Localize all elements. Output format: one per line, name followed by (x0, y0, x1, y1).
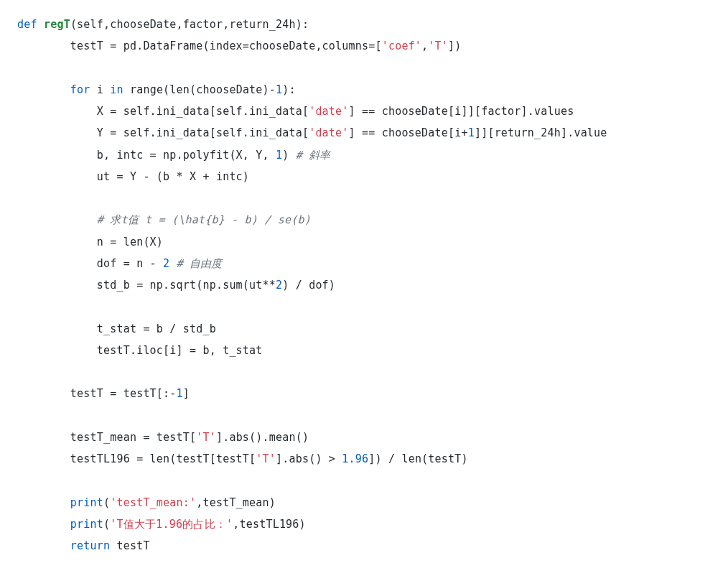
code-token: # 求t值 t = (\hat{b} - b) / se(b) (97, 213, 311, 226)
code-token: 'date' (309, 126, 348, 139)
code-token: ].abs().mean() (216, 431, 309, 444)
code-token: print (70, 518, 103, 531)
code-token: 2 (276, 279, 282, 292)
code-token: dof = n - (17, 257, 163, 270)
code-token: 'date' (309, 105, 348, 118)
code-token: t_stat = b / std_b (17, 322, 216, 335)
code-token (17, 496, 70, 509)
code-token: testT = testT[:- (17, 387, 177, 400)
code-token: testT = pd.DataFrame(index=chooseDate,co… (17, 39, 382, 52)
code-token: std_b = np.sqrt(np.sum(ut** (17, 279, 276, 292)
code-token: 'T' (196, 431, 216, 444)
code-token: 1 (177, 387, 183, 400)
code-token: regT (44, 18, 70, 31)
code-token: 'coef' (382, 39, 421, 52)
code-token: 'T值大于1.96的占比：' (110, 518, 233, 531)
code-token: b, intc = np.polyfit(X, Y, (17, 149, 276, 162)
code-token: 'T' (428, 39, 448, 52)
code-token: range(len(chooseDate)- (123, 83, 276, 96)
code-token: testTL196 = len(testT[testT[ (17, 452, 256, 465)
code-token: ,testT_mean) (196, 496, 276, 509)
code-token: 1 (276, 149, 282, 162)
code-token: 2 (163, 257, 169, 270)
code-token: return (70, 539, 110, 552)
code-token: ] == chooseDate[i]][factor].values (349, 105, 574, 118)
code-token: ].abs() > (276, 452, 342, 465)
code-token: 'testT_mean:' (110, 496, 196, 509)
code-token: testT (110, 539, 149, 552)
code-token: in (110, 83, 123, 96)
code-token (17, 539, 70, 552)
code-token: 1 (276, 83, 282, 96)
code-token: 1 (468, 126, 475, 139)
code-token: print (70, 496, 103, 509)
code-token: X = self.ini_data[self.ini_data[ (17, 105, 309, 118)
code-token (17, 518, 70, 531)
code-token: i (90, 83, 111, 96)
code-token: ( (103, 496, 110, 509)
code-token (17, 213, 97, 226)
code-token: 1.96 (342, 452, 368, 465)
code-token: , (421, 39, 428, 52)
code-token: ]) / len(testT) (368, 452, 467, 465)
code-token: ): (282, 83, 295, 96)
code-token: ( (103, 518, 110, 531)
code-token (37, 18, 44, 31)
code-content: def regT(self,chooseDate,factor,return_2… (17, 18, 607, 552)
code-token: ,testTL196) (233, 518, 306, 531)
code-token: def (17, 18, 37, 31)
code-token: testT.iloc[i] = b, t_stat (17, 344, 263, 357)
code-token: 'T' (256, 452, 276, 465)
code-token: ] == chooseDate[i+ (349, 126, 468, 139)
code-token: ]) (448, 39, 461, 52)
code-token: ut = Y - (b * X + intc) (17, 170, 249, 183)
code-block: def regT(self,chooseDate,factor,return_2… (0, 0, 728, 572)
code-token: ) / dof) (282, 279, 335, 292)
code-token: ]][return_24h].value (475, 126, 607, 139)
code-token: Y = self.ini_data[self.ini_data[ (17, 126, 309, 139)
code-token: for (70, 83, 90, 96)
code-token: # 斜率 (296, 149, 331, 162)
code-token: (self,chooseDate,factor,return_24h): (70, 18, 309, 31)
code-token: n = len(X) (17, 236, 163, 248)
code-token (17, 83, 70, 96)
code-token: testT_mean = testT[ (17, 431, 196, 444)
code-token (169, 257, 176, 270)
code-token: ] (183, 387, 190, 400)
code-token: # 自由度 (177, 257, 223, 270)
code-token: ) (282, 149, 295, 162)
